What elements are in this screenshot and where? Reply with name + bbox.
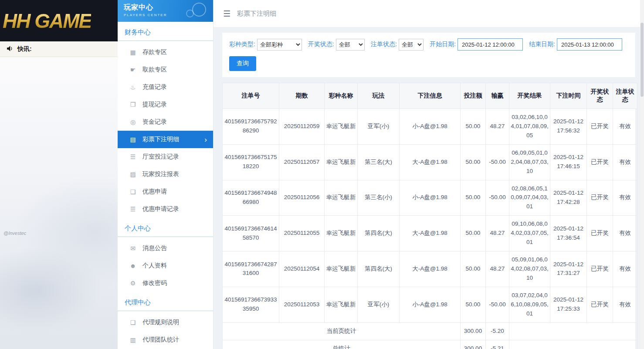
bell-icon: ✉ xyxy=(129,245,137,252)
bet-status-cell: 有效 xyxy=(613,109,637,145)
bet-number-cell: 401569173667517518220 xyxy=(223,144,279,180)
draw-status-select[interactable]: 全部 xyxy=(336,39,365,51)
stats-empty-cell xyxy=(509,340,637,349)
bet-number-cell: 401569173667461458570 xyxy=(223,216,279,251)
table-row: 40156917366749486698020250112056幸运飞艇新第三名… xyxy=(223,180,637,216)
start-date-input[interactable] xyxy=(458,38,523,51)
column-header: 玩法 xyxy=(358,83,400,109)
sidebar-item-recharge-records[interactable]: ♨充值记录 xyxy=(118,78,213,96)
column-header: 注单号 xyxy=(223,83,279,109)
sidebar-item-label: 厅室投注记录 xyxy=(142,153,179,161)
main-area: ☰ 彩票下注明细 彩种类型: 全部彩种 开奖状态: 全部 注单状态: 全部 xyxy=(214,0,644,349)
bet-info-cell: 大-A盘@1.98 xyxy=(400,144,461,180)
play-type-cell: 亚军(小) xyxy=(358,287,400,322)
draw-status-cell: 已开奖 xyxy=(587,216,613,251)
sidebar-item-label: 代理规则说明 xyxy=(142,319,179,326)
recharge-icon: ♨ xyxy=(129,84,137,91)
menu-icon[interactable]: ☰ xyxy=(223,9,230,19)
sidebar: 玩家中心 PLAYERS CENTER 财务中心▦存款专区☛取款专区♨充值记录❒… xyxy=(118,0,214,349)
win-loss-cell: 48.27 xyxy=(486,109,509,145)
lottery-type-select[interactable]: 全部彩种 xyxy=(257,39,302,51)
stats-label-cell: 总统计 xyxy=(223,340,461,349)
user-icon: ☻ xyxy=(129,262,137,269)
period-cell: 20250112054 xyxy=(279,251,325,287)
sidebar-item-label: 代理团队统计 xyxy=(142,336,179,344)
sidebar-item-hall-bet-records[interactable]: ☰厅室投注记录 xyxy=(118,148,213,166)
filter-panel: 彩种类型: 全部彩种 开奖状态: 全部 注单状态: 全部 开始日期: 结束日期: xyxy=(222,33,635,77)
sidebar-item-deposit-zone[interactable]: ▦存款专区 xyxy=(118,44,213,61)
app-window: HH GAME 快讯: @Investec 玩家中心 PLAYERS CENTE… xyxy=(0,0,644,349)
bet-time-cell: 2025-01-12 17:36:54 xyxy=(550,216,587,251)
brand-logo: HH GAME xyxy=(3,9,91,33)
chevron-right-icon: › xyxy=(204,136,207,143)
sidebar-item-fund-records[interactable]: ◎资金记录 xyxy=(118,113,213,131)
column-header: 彩种名称 xyxy=(325,83,358,109)
sidebar-item-player-bet-report[interactable]: ▨玩家投注报表 xyxy=(118,166,213,183)
bet-status-cell: 有效 xyxy=(613,251,637,287)
sidebar-item-label: 彩票下注明细 xyxy=(142,136,179,143)
bet-time-cell: 2025-01-12 17:42:28 xyxy=(550,180,587,216)
period-cell: 20250112053 xyxy=(279,287,325,322)
draw-status-cell: 已开奖 xyxy=(587,180,613,216)
bet-number-cell: 401569173667579286290 xyxy=(223,109,279,145)
moneybag-icon: ◎ xyxy=(129,119,137,125)
section-title: 财务中心 xyxy=(118,22,213,41)
sidebar-item-change-password[interactable]: ⚙修改密码 xyxy=(118,274,213,292)
sidebar-item-agent-rules[interactable]: ❏代理规则说明 xyxy=(118,314,213,331)
sidebar-item-promo-application[interactable]: ❑优惠申请 xyxy=(118,183,213,200)
play-type-cell: 第三名(小) xyxy=(358,180,400,216)
draw-status-label: 开奖状态: xyxy=(308,41,334,48)
bet-time-cell: 2025-01-12 17:46:15 xyxy=(550,144,587,180)
sidebar-item-label: 取款专区 xyxy=(142,66,167,74)
filter-row: 彩种类型: 全部彩种 开奖状态: 全部 注单状态: 全部 开始日期: 结束日期: xyxy=(229,38,628,51)
end-date-input[interactable] xyxy=(557,38,622,51)
table-header-row: 注单号期数彩种名称玩法下注信息投注额输赢开奖结果下注时间开奖状态注单状态 xyxy=(223,83,637,109)
scrollbar-thumb[interactable] xyxy=(641,23,644,97)
sidebar-item-agent-team-stats[interactable]: ▥代理团队统计 xyxy=(118,331,213,349)
sidebar-item-label: 充值记录 xyxy=(142,83,167,91)
lottery-type-label: 彩种类型: xyxy=(229,41,255,48)
win-loss-cell: 48.27 xyxy=(486,216,509,251)
draw-result-cell: 03,07,02,04,06,10,08,09,05,01 xyxy=(509,287,550,322)
column-header: 开奖状态 xyxy=(587,83,613,109)
sidebar-item-label: 提现记录 xyxy=(142,101,167,108)
news-label: 快讯: xyxy=(17,45,32,53)
sidebar-item-label: 资金记录 xyxy=(142,118,167,126)
sidebar-item-label: 存款专区 xyxy=(142,48,167,56)
draw-result-cell: 06,09,05,01,02,04,08,07,03,10 xyxy=(509,144,550,180)
period-cell: 20250112056 xyxy=(279,180,325,216)
sidebar-item-label: 消息公告 xyxy=(142,244,167,252)
sidebar-item-label: 优惠申请 xyxy=(142,188,167,196)
sidebar-item-promo-application-records[interactable]: ☰优惠申请记录 xyxy=(118,200,213,218)
window-scrollbar[interactable] xyxy=(640,0,644,349)
lottery-name-cell: 幸运飞艇新 xyxy=(325,251,358,287)
win-loss-cell: -50.00 xyxy=(486,144,509,180)
watermark: @Investec xyxy=(3,230,26,236)
search-button[interactable]: 查询 xyxy=(229,56,256,71)
bet-status-cell: 有效 xyxy=(613,216,637,251)
bet-status-select[interactable]: 全部 xyxy=(399,39,424,51)
bet-number-cell: 401569173667393335950 xyxy=(223,287,279,322)
table-row: 40156917366739333595020250112053幸运飞艇新亚军(… xyxy=(223,287,637,322)
page-title: 彩票下注明细 xyxy=(237,10,276,18)
sidebar-item-withdraw-zone[interactable]: ☛取款专区 xyxy=(118,61,213,78)
bet-number-cell: 401569173667428731600 xyxy=(223,251,279,287)
sidebar-item-lottery-bet-details[interactable]: ▤彩票下注明细› xyxy=(118,131,213,148)
bet-time-cell: 2025-01-12 17:56:32 xyxy=(550,109,587,145)
win-loss-cell: -50.00 xyxy=(486,180,509,216)
bet-info-cell: 小-A盘@1.98 xyxy=(400,180,461,216)
rules-doc-icon: ❏ xyxy=(129,319,137,326)
play-type-cell: 第三名(大) xyxy=(358,144,400,180)
sidebar-item-withdrawal-records[interactable]: ❒提现记录 xyxy=(118,96,213,113)
sidebar-menu: 财务中心▦存款专区☛取款专区♨充值记录❒提现记录◎资金记录▤彩票下注明细›☰厅室… xyxy=(118,22,213,349)
stats-win-loss-cell: -5.21 xyxy=(486,340,509,349)
sidebar-item-message-announcements[interactable]: ✉消息公告 xyxy=(118,240,213,257)
column-header: 输赢 xyxy=(486,83,509,109)
bets-table: 注单号期数彩种名称玩法下注信息投注额输赢开奖结果下注时间开奖状态注单状态 401… xyxy=(222,83,637,349)
bet-amount-cell: 50.00 xyxy=(461,109,486,145)
sidebar-item-personal-profile[interactable]: ☻个人资料 xyxy=(118,257,213,274)
bet-amount-cell: 50.00 xyxy=(461,144,486,180)
bet-status-cell: 有效 xyxy=(613,180,637,216)
bet-status-label: 注单状态: xyxy=(371,41,397,48)
logo-area: HH GAME xyxy=(0,0,118,41)
